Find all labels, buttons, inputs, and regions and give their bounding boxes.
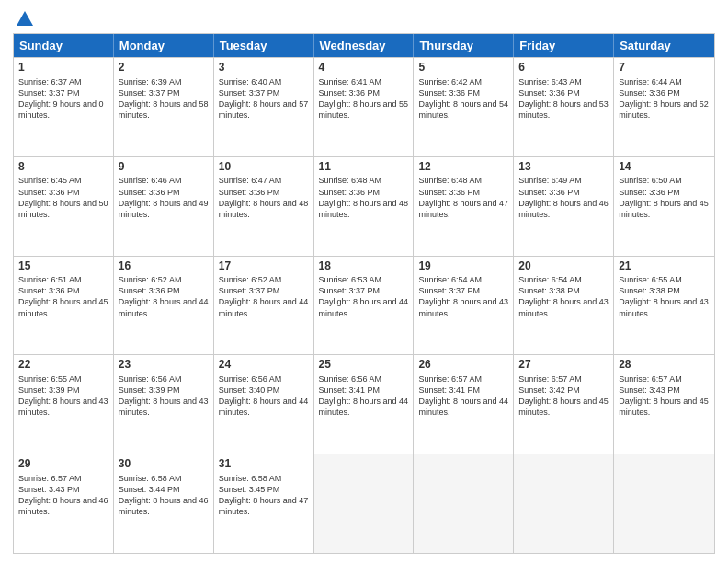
daylight-label: Daylight: 8 hours and 46 minutes. — [18, 495, 108, 517]
daylight-label: Daylight: 8 hours and 49 minutes. — [119, 198, 209, 220]
sunrise-line: Sunrise: 6:48 AM — [319, 175, 409, 186]
daylight-label: Daylight: 8 hours and 45 minutes. — [619, 396, 710, 418]
day-number: 18 — [319, 259, 409, 274]
day-cell-11: 11Sunrise: 6:48 AMSunset: 3:36 PMDayligh… — [314, 157, 415, 256]
sunset-line: Sunset: 3:36 PM — [18, 187, 108, 198]
sunrise-line: Sunrise: 6:40 AM — [219, 76, 309, 87]
sunset-line: Sunset: 3:39 PM — [18, 385, 108, 396]
day-number: 13 — [518, 160, 609, 175]
day-cell-26: 26Sunrise: 6:57 AMSunset: 3:41 PMDayligh… — [414, 355, 514, 454]
sunrise-line: Sunrise: 6:47 AM — [219, 175, 309, 186]
daylight-label: Daylight: 8 hours and 46 minutes. — [518, 198, 609, 220]
daylight-label: Daylight: 8 hours and 47 minutes. — [219, 495, 309, 517]
sunset-line: Sunset: 3:41 PM — [418, 385, 508, 396]
daylight-label: Daylight: 8 hours and 55 minutes. — [319, 98, 409, 121]
day-cell-21: 21Sunrise: 6:55 AMSunset: 3:38 PMDayligh… — [614, 257, 714, 355]
sunset-line: Sunset: 3:38 PM — [518, 285, 609, 296]
daylight-label: Daylight: 8 hours and 48 minutes. — [219, 198, 309, 220]
sunrise-line: Sunrise: 6:49 AM — [518, 175, 609, 186]
day-cell-20: 20Sunrise: 6:54 AMSunset: 3:38 PMDayligh… — [514, 257, 614, 355]
empty-cell — [614, 454, 714, 553]
sunset-line: Sunset: 3:39 PM — [119, 385, 209, 396]
day-number: 14 — [619, 160, 710, 175]
day-cell-29: 29Sunrise: 6:57 AMSunset: 3:43 PMDayligh… — [14, 454, 114, 553]
empty-cell — [314, 454, 415, 553]
day-cell-17: 17Sunrise: 6:52 AMSunset: 3:37 PMDayligh… — [214, 257, 314, 355]
header-day-thursday: Thursday — [414, 34, 514, 57]
day-number: 31 — [219, 457, 309, 472]
daylight-label: Daylight: 8 hours and 44 minutes. — [119, 296, 209, 318]
day-number: 12 — [418, 160, 508, 175]
sunrise-line: Sunrise: 6:57 AM — [418, 373, 508, 385]
day-number: 10 — [219, 160, 309, 175]
sunset-line: Sunset: 3:42 PM — [518, 385, 609, 396]
sunset-line: Sunset: 3:36 PM — [119, 285, 209, 296]
sunrise-line: Sunrise: 6:56 AM — [319, 373, 409, 385]
header-day-monday: Monday — [114, 34, 214, 57]
sunset-line: Sunset: 3:37 PM — [418, 285, 508, 296]
day-cell-22: 22Sunrise: 6:55 AMSunset: 3:39 PMDayligh… — [14, 355, 114, 454]
sunset-line: Sunset: 3:37 PM — [18, 87, 108, 98]
day-number: 22 — [18, 358, 108, 373]
sunset-line: Sunset: 3:36 PM — [619, 187, 710, 198]
header-day-saturday: Saturday — [614, 34, 714, 57]
daylight-label: Daylight: 8 hours and 58 minutes. — [119, 98, 209, 121]
day-cell-3: 3Sunrise: 6:40 AMSunset: 3:37 PMDaylight… — [214, 58, 314, 156]
sunrise-line: Sunrise: 6:58 AM — [119, 473, 209, 484]
daylight-label: Daylight: 8 hours and 44 minutes. — [418, 396, 508, 418]
sunset-line: Sunset: 3:45 PM — [219, 484, 309, 495]
sunrise-line: Sunrise: 6:46 AM — [119, 175, 209, 186]
sunset-line: Sunset: 3:36 PM — [518, 187, 609, 198]
calendar-header: SundayMondayTuesdayWednesdayThursdayFrid… — [14, 34, 714, 57]
day-number: 7 — [619, 61, 710, 75]
header-day-sunday: Sunday — [14, 34, 114, 57]
day-number: 4 — [319, 61, 409, 75]
week-row-5: 29Sunrise: 6:57 AMSunset: 3:43 PMDayligh… — [14, 454, 714, 553]
day-number: 19 — [418, 259, 508, 274]
sunrise-line: Sunrise: 6:52 AM — [219, 274, 309, 285]
sunrise-line: Sunrise: 6:53 AM — [319, 274, 409, 285]
sunrise-line: Sunrise: 6:50 AM — [619, 175, 710, 186]
day-number: 23 — [119, 358, 209, 373]
daylight-label: Daylight: 8 hours and 44 minutes. — [219, 296, 309, 318]
header-day-tuesday: Tuesday — [214, 34, 314, 57]
sunset-line: Sunset: 3:36 PM — [418, 87, 508, 98]
sunset-line: Sunset: 3:36 PM — [119, 187, 209, 198]
day-number: 21 — [619, 259, 710, 274]
day-cell-7: 7Sunrise: 6:44 AMSunset: 3:36 PMDaylight… — [614, 58, 714, 156]
sunset-line: Sunset: 3:36 PM — [18, 285, 108, 296]
day-number: 27 — [518, 358, 609, 373]
page-container: SundayMondayTuesdayWednesdayThursdayFrid… — [0, 0, 728, 563]
sunrise-line: Sunrise: 6:57 AM — [619, 373, 710, 385]
svg-marker-0 — [17, 11, 33, 26]
sunset-line: Sunset: 3:36 PM — [518, 87, 609, 98]
sunset-line: Sunset: 3:38 PM — [619, 285, 710, 296]
daylight-label: Daylight: 8 hours and 48 minutes. — [319, 198, 409, 220]
sunrise-line: Sunrise: 6:57 AM — [518, 373, 609, 385]
day-cell-30: 30Sunrise: 6:58 AMSunset: 3:44 PMDayligh… — [114, 454, 214, 553]
daylight-label: Daylight: 8 hours and 44 minutes. — [219, 396, 309, 418]
daylight-label: Daylight: 8 hours and 45 minutes. — [518, 396, 609, 418]
daylight-label: Daylight: 8 hours and 45 minutes. — [619, 198, 710, 220]
daylight-label: Daylight: 8 hours and 57 minutes. — [219, 98, 309, 121]
day-number: 11 — [319, 160, 409, 175]
sunrise-line: Sunrise: 6:56 AM — [119, 373, 209, 385]
week-row-2: 8Sunrise: 6:45 AMSunset: 3:36 PMDaylight… — [14, 156, 714, 256]
sunrise-line: Sunrise: 6:43 AM — [518, 76, 609, 87]
sunrise-line: Sunrise: 6:52 AM — [119, 274, 209, 285]
sunrise-line: Sunrise: 6:44 AM — [619, 76, 710, 87]
day-cell-25: 25Sunrise: 6:56 AMSunset: 3:41 PMDayligh… — [314, 355, 415, 454]
sunrise-line: Sunrise: 6:55 AM — [619, 274, 710, 285]
day-number: 28 — [619, 358, 710, 373]
daylight-label: Daylight: 8 hours and 50 minutes. — [18, 198, 108, 220]
daylight-label: Daylight: 8 hours and 54 minutes. — [418, 98, 508, 121]
sunrise-line: Sunrise: 6:55 AM — [18, 373, 108, 385]
daylight-label: Daylight: 8 hours and 43 minutes. — [418, 296, 508, 318]
sunset-line: Sunset: 3:43 PM — [619, 385, 710, 396]
day-cell-28: 28Sunrise: 6:57 AMSunset: 3:43 PMDayligh… — [614, 355, 714, 454]
day-cell-12: 12Sunrise: 6:48 AMSunset: 3:36 PMDayligh… — [414, 157, 514, 256]
sunset-line: Sunset: 3:36 PM — [219, 187, 309, 198]
week-row-1: 1Sunrise: 6:37 AMSunset: 3:37 PMDaylight… — [14, 57, 714, 156]
daylight-label: Daylight: 8 hours and 53 minutes. — [518, 98, 609, 121]
day-cell-23: 23Sunrise: 6:56 AMSunset: 3:39 PMDayligh… — [114, 355, 214, 454]
